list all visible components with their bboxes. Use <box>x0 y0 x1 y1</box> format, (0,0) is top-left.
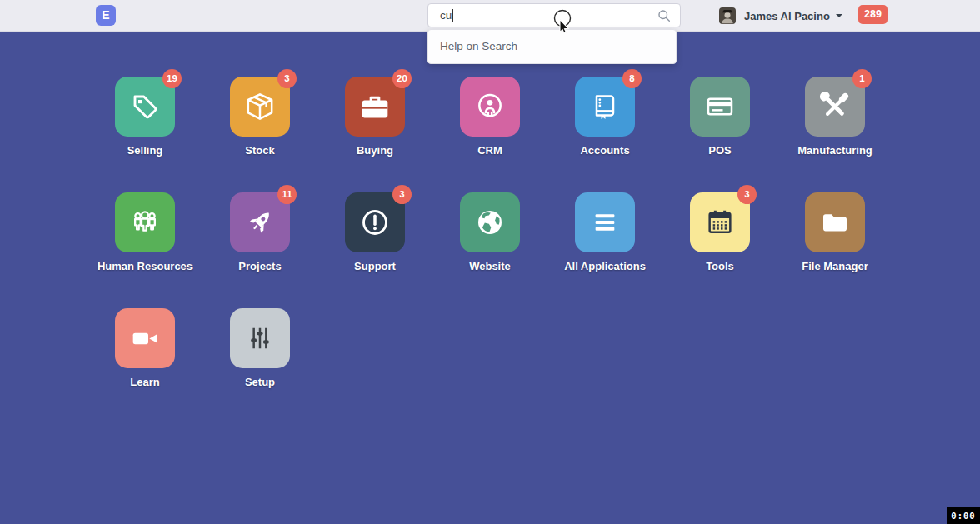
app-file-manager[interactable]: File Manager <box>778 192 892 308</box>
user-menu[interactable]: James Al Pacino <box>719 0 842 32</box>
app-projects[interactable]: 11Projects <box>202 192 318 308</box>
exclamation-circle-icon <box>358 206 392 239</box>
app-label-file-manager: File Manager <box>802 260 868 272</box>
credit-card-icon <box>703 90 737 123</box>
user-name: James Al Pacino <box>744 10 830 22</box>
recording-timer: 0:00 <box>947 507 980 524</box>
app-accounts[interactable]: 8Accounts <box>548 77 662 192</box>
app-tile-website[interactable] <box>460 192 520 252</box>
app-tools[interactable]: 3Tools <box>662 192 778 308</box>
app-label-learn: Learn <box>130 376 159 388</box>
app-badge-support: 3 <box>392 185 412 204</box>
briefcase-icon <box>358 90 392 123</box>
app-logo[interactable]: E <box>96 5 116 26</box>
app-badge-manufacturing: 1 <box>852 69 872 88</box>
search-input-value: cu <box>440 9 452 22</box>
app-label-human-resources: Human Resources <box>98 260 192 272</box>
sliders-icon <box>243 322 277 355</box>
search-icon <box>657 8 672 23</box>
search-dropdown: Help on Search <box>428 29 677 64</box>
app-label-manufacturing: Manufacturing <box>798 144 872 157</box>
app-learn[interactable]: Learn <box>88 308 202 424</box>
app-label-pos: POS <box>708 144 731 157</box>
box-icon <box>243 90 277 123</box>
rocket-icon <box>243 206 277 239</box>
app-tile-crm[interactable] <box>460 77 520 137</box>
app-tile-stock[interactable]: 3 <box>230 77 290 137</box>
app-setup[interactable]: Setup <box>202 308 318 424</box>
app-pos[interactable]: POS <box>662 77 778 192</box>
app-website[interactable]: Website <box>432 192 548 308</box>
app-badge-projects: 11 <box>278 185 297 204</box>
menu-bars-icon <box>588 206 622 239</box>
user-avatar <box>719 7 736 24</box>
app-tile-manufacturing[interactable]: 1 <box>805 77 865 137</box>
ledger-book-icon <box>588 90 622 123</box>
app-crm[interactable]: CRM <box>432 77 548 192</box>
app-label-stock: Stock <box>245 144 274 157</box>
app-all-applications[interactable]: All Applications <box>548 192 662 308</box>
wrench-screwdriver-icon <box>818 90 852 123</box>
app-label-setup: Setup <box>245 376 275 388</box>
app-selling[interactable]: 19Selling <box>88 77 202 192</box>
tag-icon <box>128 90 162 123</box>
app-label-buying: Buying <box>357 144 393 157</box>
globe-icon <box>473 206 507 239</box>
top-navbar: E cu James Al Pacino 289 <box>0 0 980 32</box>
app-manufacturing[interactable]: 1Manufacturing <box>778 77 892 192</box>
app-tile-human-resources[interactable] <box>115 192 175 252</box>
app-badge-selling: 19 <box>162 69 182 88</box>
calendar-icon <box>703 206 737 239</box>
app-badge-stock: 3 <box>278 69 297 88</box>
app-label-accounts: Accounts <box>580 144 629 157</box>
desk-app-grid: 19Selling3Stock20BuyingCRM8AccountsPOS1M… <box>88 77 892 424</box>
app-tile-support[interactable]: 3 <box>345 192 405 252</box>
app-label-tools: Tools <box>706 260 734 272</box>
app-human-resources[interactable]: Human Resources <box>88 192 202 308</box>
app-tile-selling[interactable]: 19 <box>115 77 175 137</box>
video-camera-icon <box>128 322 162 355</box>
app-badge-accounts: 8 <box>622 69 642 88</box>
crm-person-icon <box>473 90 507 123</box>
app-tile-learn[interactable] <box>115 308 175 368</box>
app-label-support: Support <box>354 260 396 272</box>
app-buying[interactable]: 20Buying <box>318 77 432 192</box>
app-stock[interactable]: 3Stock <box>202 77 318 192</box>
app-badge-buying: 20 <box>392 69 412 88</box>
text-caret <box>452 9 453 22</box>
app-tile-accounts[interactable]: 8 <box>575 77 635 137</box>
app-tile-tools[interactable]: 3 <box>690 192 750 252</box>
app-label-all-applications: All Applications <box>564 260 646 272</box>
app-badge-tools: 3 <box>738 185 757 204</box>
chevron-down-icon <box>836 14 842 17</box>
app-support[interactable]: 3Support <box>318 192 432 308</box>
people-icon <box>128 206 162 239</box>
app-tile-projects[interactable]: 11 <box>230 192 290 252</box>
folder-icon <box>818 206 852 239</box>
app-tile-pos[interactable] <box>690 77 750 137</box>
app-label-crm: CRM <box>478 144 502 157</box>
notification-count-badge[interactable]: 289 <box>858 5 888 24</box>
app-tile-file-manager[interactable] <box>805 192 865 252</box>
app-tile-setup[interactable] <box>230 308 290 368</box>
app-tile-buying[interactable]: 20 <box>345 77 405 137</box>
global-search-input[interactable]: cu <box>428 3 681 27</box>
search-help-item[interactable]: Help on Search <box>428 30 676 63</box>
app-label-projects: Projects <box>238 260 281 272</box>
app-label-website: Website <box>469 260 511 272</box>
app-tile-all-applications[interactable] <box>575 192 635 252</box>
app-label-selling: Selling <box>128 144 163 157</box>
